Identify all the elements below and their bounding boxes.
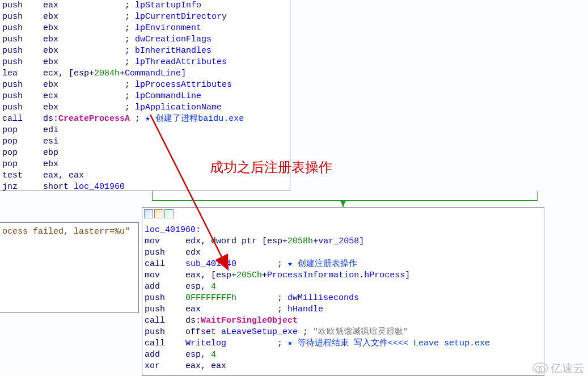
- code-line: push ebx ; lpProcessAttributes: [2, 79, 287, 91]
- code-line: push eax ; hHandle: [145, 304, 542, 315]
- toolbar-icon-2[interactable]: [154, 209, 163, 218]
- code-line: loc_401960:: [145, 225, 542, 236]
- code-line: lea ecx, [esp+2084h+CommandLine]: [2, 68, 287, 79]
- code-line: push offset aLeaveSetup_exe ; "欧欧魁馏㵴猟瑄灵攳…: [145, 327, 542, 338]
- code-line: add esp, 4: [145, 349, 542, 361]
- code-line: push ebx ; lpApplicationName: [2, 102, 287, 113]
- true-branch-connector: [152, 191, 538, 201]
- code-line: pop ebp: [2, 147, 287, 159]
- code-line: push ebx ; lpEnvironment: [2, 23, 287, 34]
- code-line: push eax ; lpStartupInfo: [2, 0, 287, 11]
- code-line: pop edi: [2, 125, 287, 136]
- watermark-icon: [532, 362, 548, 374]
- code-line: add esp, 4: [145, 281, 542, 293]
- disasm-block-loc401960: loc_401960:mov edx, dword ptr [esp+2058h…: [142, 207, 544, 376]
- annotation-label: 成功之后注册表操作: [210, 162, 332, 173]
- disasm-block-failed: ocess failed, lasterr=%u": [0, 222, 139, 313]
- code-line: call sub_401340 ; ★ 创建注册表操作: [145, 259, 542, 270]
- toolbar-icon-1[interactable]: [144, 209, 153, 218]
- watermark-text: 亿速云: [551, 362, 585, 374]
- code-line: push ebx ; lpThreadAttributes: [2, 57, 287, 68]
- true-branch-arrow-stem: [342, 200, 344, 207]
- code-line: push ebx ; lpCurrentDirectory: [2, 11, 287, 23]
- code-line: push edx: [145, 247, 542, 259]
- code-line: call Writelog ; ★ 等待进程结束 写入文件<<<< Leave …: [145, 338, 542, 349]
- fail-text: ocess failed, lasterr=%u": [2, 226, 136, 238]
- code-line: push ecx ; lpCommandLine: [2, 91, 287, 102]
- code-line: mov eax, [esp+205Ch+ProcessInformation.h…: [145, 270, 542, 281]
- code-line: push ebx ; bInheritHandles: [2, 45, 287, 57]
- toolbar-icon-3[interactable]: [164, 209, 174, 218]
- watermark: 亿速云: [532, 362, 585, 374]
- block-toolbar: [144, 209, 174, 218]
- code-line: call ds:WaitForSingleObject: [145, 315, 542, 327]
- code-line: xor eax, eax: [145, 361, 542, 372]
- code-line: push 0FFFFFFFFh ; dwMilliseconds: [145, 293, 542, 304]
- code-line: mov edx, dword ptr [esp+2058h+var_2058]: [145, 236, 542, 247]
- code-line: pop esi: [2, 136, 287, 147]
- code-listing-bottom: loc_401960:mov edx, dword ptr [esp+2058h…: [145, 225, 542, 372]
- code-line: call ds:CreateProcessA ; ★ 创建了进程baidu.ex…: [2, 113, 287, 125]
- code-line: push ebx ; dwCreationFlags: [2, 34, 287, 45]
